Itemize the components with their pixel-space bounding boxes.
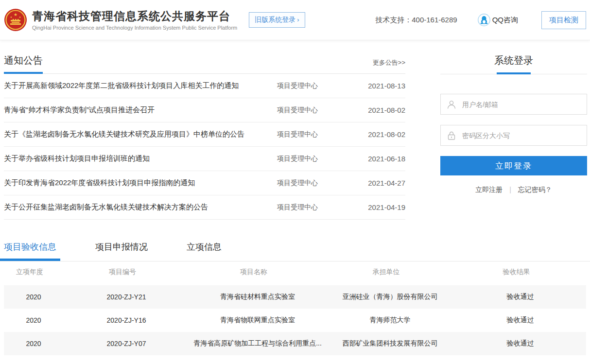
notice-link[interactable]: 关于印发青海省2022年度省级科技计划项目申报指南的通知: [4, 178, 272, 188]
password-input[interactable]: [462, 132, 582, 139]
notice-date: 2021-08-13: [357, 82, 405, 90]
col-header-year: 立项年度: [0, 268, 59, 277]
register-link[interactable]: 立即注册: [475, 186, 503, 193]
notice-section-title: 通知公告: [4, 54, 43, 67]
cell-code: 2020-ZJ-Y16: [63, 316, 190, 324]
login-button[interactable]: 立即登录: [440, 156, 587, 175]
tab-application-status[interactable]: 项目申报情况: [95, 241, 148, 261]
project-info-section: 项目验收信息 项目申报情况 立项信息 立项年度 项目编号 项目名称 承担单位 验…: [0, 241, 590, 355]
main-content: 通知公告 更多公告>> 关于开展高新领域2022年度第二批省级科技计划项目入库相…: [0, 40, 590, 220]
login-panel-title: 系统登录: [440, 54, 587, 67]
password-field-box: [440, 125, 587, 146]
cell-result: 验收通过: [454, 316, 586, 325]
table-header-row: 立项年度 项目编号 项目名称 承担单位 验收结果: [0, 261, 590, 283]
login-panel: 系统登录 立即登录 立即注册|忘记密码？: [440, 54, 587, 220]
col-header-result: 验收结果: [451, 268, 582, 277]
notice-item: 关于印发青海省2022年度省级科技计划项目申报指南的通知 项目受理中心 2021…: [4, 171, 405, 195]
links-separator: |: [509, 186, 511, 193]
cell-name: 青海省高原矿物加工工程与综合利用重点...: [190, 339, 326, 348]
cell-org: 西部矿业集团科技发展有限公司: [326, 339, 454, 348]
notice-department: 项目受理中心: [272, 106, 357, 115]
username-field-box: [440, 94, 587, 115]
notice-link[interactable]: 关于开展高新领域2022年度第二批省级科技计划项目入库相关工作的通知: [4, 81, 272, 90]
table-row: 2020 2020-ZJ-Y07 青海省高原矿物加工工程与综合利用重点... 西…: [4, 332, 586, 355]
qq-consult-label: QQ咨询: [492, 16, 518, 25]
notice-item: 关于举办省级科技计划项目申报培训班的通知 项目受理中心 2021-06-18: [4, 147, 405, 171]
table-row: 2020 2020-ZJ-Y16 青海省物联网重点实验室 青海师范大学 验收通过: [4, 309, 586, 332]
brand-block: 青海省科技管理信息系统公共服务平台 QingHai Province Scien…: [32, 9, 237, 31]
project-check-button[interactable]: 项目检测: [541, 11, 586, 29]
notice-item: 青海省“帅才科学家负责制”试点项目推进会召开 项目受理中心 2021-08-02: [4, 98, 405, 122]
qq-consult-link[interactable]: QQ咨询: [478, 14, 518, 26]
header-right-group: 技术支持：400-161-6289 QQ咨询 项目检测: [375, 11, 586, 29]
notice-link[interactable]: 关于公开征集盐湖老卤制备无水氯化镁关键技术解决方案的公告: [4, 203, 272, 212]
notice-item: 关于《盐湖老卤制备无水氯化镁关键技术研究及应用项目》中榜单位的公告 项目受理中心…: [4, 122, 405, 147]
forgot-password-link[interactable]: 忘记密码？: [518, 186, 552, 193]
notice-department: 项目受理中心: [272, 155, 357, 163]
cell-year: 2020: [4, 316, 63, 324]
notice-section: 通知公告 更多公告>> 关于开展高新领域2022年度第二批省级科技计划项目入库相…: [4, 54, 405, 220]
notice-department: 项目受理中心: [272, 130, 357, 139]
notice-date: 2021-04-19: [357, 203, 405, 211]
notice-link[interactable]: 关于举办省级科技计划项目申报培训班的通知: [4, 154, 272, 163]
cell-year: 2020: [4, 293, 63, 301]
col-header-name: 项目名称: [186, 268, 322, 277]
notice-date: 2021-08-02: [357, 130, 405, 139]
chevron-right-icon: ›: [297, 16, 299, 23]
cell-org: 青海师范大学: [326, 316, 454, 325]
qq-icon: [478, 14, 490, 26]
tab-approval-info[interactable]: 立项信息: [187, 241, 222, 261]
table-body: 2020 2020-ZJ-Y21 青海省硅材料重点实验室 亚洲硅业（青海）股份有…: [0, 285, 590, 355]
tab-acceptance-info[interactable]: 项目验收信息: [4, 241, 56, 261]
cell-name: 青海省物联网重点实验室: [190, 316, 326, 325]
page-header: ★ ★ ★ 青海省科技管理信息系统公共服务平台 QingHai Province…: [0, 0, 590, 40]
login-form: 立即登录 立即注册|忘记密码？: [440, 94, 587, 194]
notice-list: 关于开展高新领域2022年度第二批省级科技计划项目入库相关工作的通知 项目受理中…: [4, 74, 405, 220]
col-header-code: 项目编号: [59, 268, 186, 277]
cell-year: 2020: [4, 340, 63, 347]
notice-department: 项目受理中心: [272, 179, 357, 188]
notice-department: 项目受理中心: [272, 82, 357, 90]
notice-date: 2021-08-02: [357, 106, 405, 114]
cell-code: 2020-ZJ-Y07: [63, 340, 190, 347]
cell-result: 验收通过: [454, 293, 586, 301]
national-emblem-icon: ★ ★ ★: [4, 8, 27, 32]
cell-result: 验收通过: [454, 339, 586, 348]
old-version-login-label: 旧版系统登录: [255, 16, 295, 23]
user-icon: [447, 100, 456, 109]
notice-department: 项目受理中心: [272, 203, 357, 212]
notice-item: 关于公开征集盐湖老卤制备无水氯化镁关键技术解决方案的公告 项目受理中心 2021…: [4, 195, 405, 220]
cell-org: 亚洲硅业（青海）股份有限公司: [326, 293, 454, 301]
notice-title-underline: [4, 73, 405, 74]
col-header-org: 承担单位: [322, 268, 451, 277]
more-notices-link[interactable]: 更多公告>>: [373, 58, 405, 67]
username-input[interactable]: [462, 101, 582, 108]
login-title-underline: [440, 74, 587, 74]
svg-text:★: ★: [10, 16, 13, 18]
lock-icon: [447, 131, 456, 140]
cell-code: 2020-ZJ-Y21: [63, 293, 190, 301]
notice-item: 关于开展高新领域2022年度第二批省级科技计划项目入库相关工作的通知 项目受理中…: [4, 74, 405, 98]
notice-link[interactable]: 关于《盐湖老卤制备无水氯化镁关键技术研究及应用项目》中榜单位的公告: [4, 130, 272, 139]
notice-date: 2021-04-27: [357, 179, 405, 187]
acceptance-table: 立项年度 项目编号 项目名称 承担单位 验收结果 2020 2020-ZJ-Y2…: [0, 261, 590, 355]
notice-date: 2021-06-18: [357, 155, 405, 163]
site-subtitle: QingHai Province Science and Technology …: [32, 25, 237, 31]
support-hotline: 技术支持：400-161-6289: [375, 16, 457, 25]
table-row: 2020 2020-ZJ-Y21 青海省硅材料重点实验室 亚洲硅业（青海）股份有…: [4, 285, 586, 309]
login-links-row: 立即注册|忘记密码？: [440, 186, 587, 194]
svg-text:★: ★: [19, 16, 21, 18]
svg-text:★: ★: [14, 12, 17, 17]
cell-name: 青海省硅材料重点实验室: [190, 293, 326, 301]
site-title: 青海省科技管理信息系统公共服务平台: [32, 9, 237, 23]
notice-link[interactable]: 青海省“帅才科学家负责制”试点项目推进会召开: [4, 105, 272, 115]
project-tabs: 项目验收信息 项目申报情况 立项信息: [0, 241, 590, 261]
old-version-login-button[interactable]: 旧版系统登录›: [249, 12, 305, 28]
